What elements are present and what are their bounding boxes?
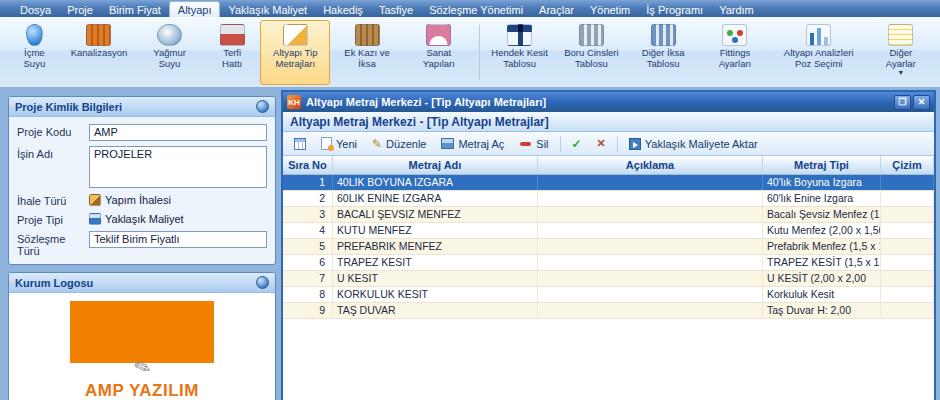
cell-ad: TRAPEZ KESIT: [333, 255, 538, 270]
cell-aciklama: [538, 271, 763, 286]
ribbon-item-icme-suyu[interactable]: İçme Suyu: [6, 20, 63, 85]
logo-panel-body: ✎ AMP YAZILIM: [9, 293, 275, 400]
menu-dosya[interactable]: Dosya: [12, 2, 59, 17]
cell-cizim: [881, 255, 934, 270]
ribbon-item-label: Hendek Kesit Tablosu: [491, 48, 549, 69]
ihale-turu-text: Yapım İhalesi: [105, 194, 171, 206]
cell-sira: 6: [283, 255, 333, 270]
cell-cizim: [881, 175, 934, 190]
sozlesme-turu-input[interactable]: Teklif Birim Fiyatlı: [89, 231, 267, 248]
check-icon: ✓: [572, 138, 582, 150]
ribbon-item-sanat-yapilari[interactable]: Sanat Yapıları: [404, 20, 474, 85]
menu-tasfiye[interactable]: Tasfiye: [371, 2, 421, 17]
isin-adi-input[interactable]: PROJELER: [89, 146, 267, 188]
ribbon-item-altyapi-tip-metrajlari[interactable]: Altyapı Tip Metrajları: [260, 20, 330, 85]
menu-araclar[interactable]: Araçlar: [531, 2, 582, 17]
cell-ad: TAŞ DUVAR: [333, 303, 538, 318]
ribbon-item-diger-ayarlar[interactable]: Diğer Ayarlar ▾: [868, 20, 935, 85]
new-button[interactable]: Yeni: [315, 134, 363, 153]
cell-sira: 4: [283, 223, 333, 238]
cell-aciklama: [538, 207, 763, 222]
ribbon-item-fittings-ayarlari[interactable]: Fittings Ayarları: [700, 20, 770, 85]
ribbon-item-label: Diğer Ayarlar: [874, 48, 929, 69]
cell-cizim: [881, 271, 934, 286]
menu-birim-fiyat[interactable]: Birim Fiyat: [101, 2, 169, 17]
grid-customize-button[interactable]: [288, 135, 312, 153]
cell-tip: 40'lık Boyuna Izgara: [763, 175, 881, 190]
delete-button[interactable]: Sil: [513, 135, 554, 153]
column-header-aciklama[interactable]: Açıklama: [538, 156, 763, 174]
proje-tipi-value[interactable]: Yaklaşık Maliyet: [89, 212, 267, 225]
menu-yardim[interactable]: Yardım: [711, 2, 762, 17]
window-subtitle-bar: Altyapı Metraj Merkezi - [Tip Altyapı Me…: [283, 112, 934, 132]
table-row[interactable]: 9 TAŞ DUVAR Taş Duvar H: 2,00: [283, 303, 934, 319]
table-row[interactable]: 8 KORKULUK KESIT Korkuluk Kesit: [283, 287, 934, 303]
menu-sozlesme-yonetimi[interactable]: Sözleşme Yönetimi: [421, 2, 531, 17]
cell-tip: TRAPEZ KESİT (1,5 x 1,5): [763, 255, 881, 270]
ribbon-item-boru-cinsleri-tablosu[interactable]: Boru Cinsleri Tablosu: [557, 20, 627, 85]
table-row[interactable]: 2 60LIK ENINE IZGARA 60'lık Enine Izgara: [283, 191, 934, 207]
shoring-table-icon: [651, 24, 676, 46]
cancel-button[interactable]: ✕: [591, 135, 612, 152]
close-button[interactable]: ✕: [913, 95, 930, 110]
column-header-sira-no[interactable]: Sıra No: [283, 156, 333, 174]
menu-yaklasik-maliyet[interactable]: Yaklaşık Maliyet: [220, 2, 315, 17]
arch-structure-icon: [426, 24, 451, 46]
table-row[interactable]: 6 TRAPEZ KESIT TRAPEZ KESİT (1,5 x 1,5): [283, 255, 934, 271]
menu-yonetim[interactable]: Yönetim: [582, 2, 638, 17]
cell-ad: 60LIK ENINE IZGARA: [333, 191, 538, 206]
table-row[interactable]: 3 BACALI ŞEVSIZ MENFEZ Bacalı Şevsiz Men…: [283, 207, 934, 223]
cell-ad: U KESIT: [333, 271, 538, 286]
cell-cizim: [881, 223, 934, 238]
ribbon-item-kanalizasyon[interactable]: Kanalizasyon: [65, 20, 134, 85]
ribbon-item-label: Altyapı Analizleri Poz Seçimi: [778, 48, 860, 69]
column-header-cizim[interactable]: Çizim: [881, 156, 934, 174]
transfer-to-estimate-button[interactable]: Yaklaşık Maliyete Aktar: [623, 135, 764, 153]
proje-tipi-label: Proje Tipi: [17, 212, 89, 226]
menu-hakedis[interactable]: Hakediş: [315, 2, 371, 17]
cell-ad: BACALI ŞEVSIZ MENFEZ: [333, 207, 538, 222]
transfer-button-label: Yaklaşık Maliyete Aktar: [645, 138, 758, 150]
edit-button[interactable]: ✎ Düzenle: [366, 135, 432, 153]
menu-proje[interactable]: Proje: [59, 2, 101, 17]
ribbon-item-terfi-hatti[interactable]: Terfi Hattı: [206, 20, 259, 85]
cell-cizim: [881, 191, 934, 206]
panel-pin-icon[interactable]: [256, 276, 269, 289]
open-metraj-button[interactable]: Metraj Aç: [435, 135, 510, 153]
excavation-icon: [355, 24, 380, 46]
company-logo-text: AMP YAZILIM: [81, 381, 203, 400]
ribbon-item-label: Sanat Yapıları: [410, 48, 468, 69]
panel-pin-icon[interactable]: [256, 100, 269, 113]
ribbon-item-diger-iksa-tablosu[interactable]: Diğer İksa Tablosu: [628, 20, 698, 85]
ihale-turu-value[interactable]: Yapım İhalesi: [89, 193, 267, 206]
restore-button[interactable]: ❐: [894, 95, 911, 110]
calculator-icon: [89, 213, 101, 225]
menu-is-programi[interactable]: İş Programı: [638, 2, 711, 17]
confirm-button[interactable]: ✓: [566, 135, 588, 153]
table-row[interactable]: 4 KUTU MENFEZ Kutu Menfez (2,00 x 1,50): [283, 223, 934, 239]
ribbon-item-altyapi-analizleri-poz-secimi[interactable]: Altyapı Analizleri Poz Seçimi: [772, 20, 866, 85]
proje-kodu-input[interactable]: AMP: [89, 124, 267, 141]
new-page-icon: [321, 137, 332, 150]
field-proje-tipi: Proje Tipi Yaklaşık Maliyet: [17, 212, 267, 226]
menu-altyapi[interactable]: Altyapı: [169, 1, 221, 17]
project-identity-panel: Proje Kimlik Bilgileri Proje Kodu AMP İş…: [8, 96, 276, 265]
table-row[interactable]: 1 40LIK BOYUNA IZGARA 40'lık Boyuna Izga…: [283, 175, 934, 191]
column-header-metraj-tipi[interactable]: Metraj Tipi: [763, 156, 881, 174]
window-titlebar[interactable]: KH Altyapı Metraj Merkezi - [Tip Altyapı…: [283, 92, 934, 112]
cell-ad: KUTU MENFEZ: [333, 223, 538, 238]
toolbar-divider: [560, 136, 561, 152]
ribbon-item-yagmur-suyu[interactable]: Yağmur Suyu: [135, 20, 204, 85]
cell-cizim: [881, 303, 934, 318]
cell-cizim: [881, 239, 934, 254]
cell-aciklama: [538, 303, 763, 318]
cell-tip: U KESİT (2,00 x 2,00: [763, 271, 881, 286]
cell-sira: 8: [283, 287, 333, 302]
column-header-metraj-adi[interactable]: Metraj Adı: [333, 156, 538, 174]
ribbon-item-ek-kazi-ve-iksa[interactable]: Ek Kazı ve İksa: [332, 20, 402, 85]
table-row[interactable]: 7 U KESIT U KESİT (2,00 x 2,00: [283, 271, 934, 287]
window-app-icon: KH: [287, 95, 301, 109]
water-drop-icon: [26, 24, 43, 46]
ribbon-item-hendek-kesit-tablosu[interactable]: Hendek Kesit Tablosu: [485, 20, 555, 85]
table-row[interactable]: 5 PREFABRIK MENFEZ Prefabrik Menfez (1,5…: [283, 239, 934, 255]
